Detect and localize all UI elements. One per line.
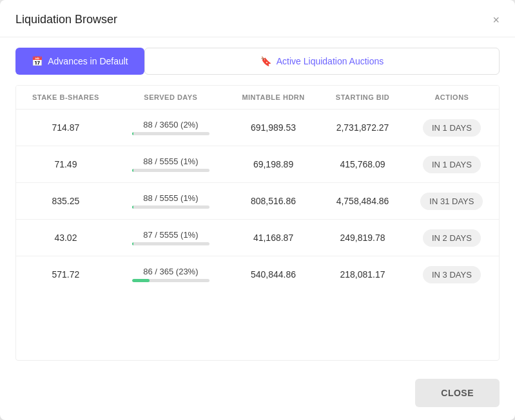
served-days-label: 88 / 5555 (1%) — [143, 193, 198, 203]
tab-advances[interactable]: 📅 Advances in Default — [15, 48, 144, 75]
action-badge: IN 2 DAYS — [423, 229, 481, 247]
table-row: 571.7286 / 365 (23%)540,844.86218,081.17… — [16, 256, 499, 293]
modal-header: Liquidation Browser × — [0, 0, 515, 37]
cell-mintable-hdrn: 808,516.86 — [226, 183, 320, 220]
served-days-label: 88 / 5555 (1%) — [143, 157, 198, 166]
progress-bar-fill — [132, 279, 150, 282]
tag-icon: 🔖 — [260, 56, 271, 66]
modal: Liquidation Browser × 📅 Advances in Defa… — [0, 0, 515, 420]
col-actions: ACTIONS — [405, 86, 499, 110]
cell-mintable-hdrn: 691,989.53 — [226, 110, 320, 146]
cell-stake-bshares: 571.72 — [16, 256, 115, 293]
cell-starting-bid: 249,819.78 — [320, 220, 405, 256]
progress-bar-bg — [132, 132, 209, 135]
cell-starting-bid: 2,731,872.27 — [320, 110, 405, 146]
cell-served-days: 86 / 365 (23%) — [115, 256, 226, 293]
table-body: 714.8788 / 3650 (2%)691,989.532,731,872.… — [16, 110, 499, 293]
served-days-label: 88 / 3650 (2%) — [143, 120, 198, 129]
progress-bar-bg — [132, 279, 209, 282]
table-container: STAKE B-SHARES SERVED DAYS MINTABLE HDRN… — [15, 85, 500, 361]
cell-stake-bshares: 835.25 — [16, 183, 115, 220]
tab-bar: 📅 Advances in Default 🔖 Active Liquidati… — [0, 37, 515, 75]
col-stake-bshares: STAKE B-SHARES — [16, 86, 115, 110]
table-row: 71.4988 / 5555 (1%)69,198.89415,768.09IN… — [16, 146, 499, 183]
col-served-days: SERVED DAYS — [115, 86, 226, 110]
cell-stake-bshares: 71.49 — [16, 146, 115, 183]
progress-bar-fill — [132, 205, 133, 209]
cell-actions: IN 1 DAYS — [405, 110, 499, 146]
cell-actions: IN 31 DAYS — [405, 183, 499, 220]
progress-bar-bg — [132, 205, 209, 209]
action-badge: IN 1 DAYS — [423, 119, 481, 137]
cell-starting-bid: 415,768.09 — [320, 146, 405, 183]
cell-actions: IN 1 DAYS — [405, 146, 499, 183]
cell-served-days: 88 / 5555 (1%) — [115, 183, 226, 220]
served-days-label: 86 / 365 (23%) — [143, 267, 198, 276]
liquidation-table: STAKE B-SHARES SERVED DAYS MINTABLE HDRN… — [16, 86, 499, 292]
action-badge: IN 1 DAYS — [423, 156, 481, 173]
cell-served-days: 87 / 5555 (1%) — [115, 220, 226, 256]
served-days-label: 87 / 5555 (1%) — [143, 230, 198, 240]
calendar-icon: 📅 — [32, 56, 43, 66]
table-row: 714.8788 / 3650 (2%)691,989.532,731,872.… — [16, 110, 499, 146]
cell-stake-bshares: 714.87 — [16, 110, 115, 146]
cell-starting-bid: 218,081.17 — [320, 256, 405, 293]
cell-served-days: 88 / 5555 (1%) — [115, 146, 226, 183]
table-scroll[interactable]: STAKE B-SHARES SERVED DAYS MINTABLE HDRN… — [16, 86, 499, 292]
cell-actions: IN 2 DAYS — [405, 220, 499, 256]
table-row: 43.0287 / 5555 (1%)41,168.87249,819.78IN… — [16, 220, 499, 256]
progress-bar-bg — [132, 169, 209, 172]
col-mintable-hdrn: MINTABLE HDRN — [226, 86, 320, 110]
table-row: 835.2588 / 5555 (1%)808,516.864,758,484.… — [16, 183, 499, 220]
modal-title: Liquidation Browser — [15, 13, 117, 26]
modal-footer: CLOSE — [0, 371, 515, 420]
table-head: STAKE B-SHARES SERVED DAYS MINTABLE HDRN… — [16, 86, 499, 110]
cell-starting-bid: 4,758,484.86 — [320, 183, 405, 220]
cell-mintable-hdrn: 69,198.89 — [226, 146, 320, 183]
progress-bar-fill — [132, 242, 133, 245]
cell-actions: IN 3 DAYS — [405, 256, 499, 293]
col-starting-bid: STARTING BID — [320, 86, 405, 110]
action-badge: IN 31 DAYS — [420, 193, 483, 210]
progress-bar-bg — [132, 242, 209, 245]
action-badge: IN 3 DAYS — [423, 266, 481, 283]
cell-served-days: 88 / 3650 (2%) — [115, 110, 226, 146]
cell-stake-bshares: 43.02 — [16, 220, 115, 256]
progress-bar-fill — [132, 132, 133, 135]
tab-auctions[interactable]: 🔖 Active Liquidation Auctions — [144, 48, 500, 75]
tab-auctions-label: Active Liquidation Auctions — [277, 56, 384, 66]
tab-advances-label: Advances in Default — [48, 56, 128, 66]
cell-mintable-hdrn: 540,844.86 — [226, 256, 320, 293]
progress-bar-fill — [132, 169, 133, 172]
cell-mintable-hdrn: 41,168.87 — [226, 220, 320, 256]
close-button[interactable]: CLOSE — [415, 379, 500, 407]
close-x-button[interactable]: × — [492, 14, 500, 26]
